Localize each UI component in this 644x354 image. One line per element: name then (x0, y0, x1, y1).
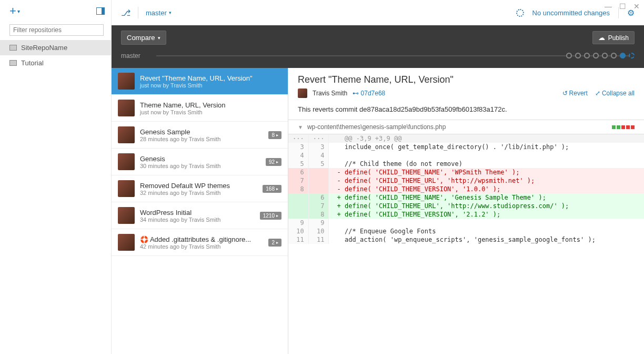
diff-file-path: wp-content\themes\genesis-sample\functio… (307, 123, 446, 131)
uncommitted-status: No uncommitted changes (532, 9, 610, 17)
commit-subtitle: 30 minutes ago by Travis Smith (140, 163, 260, 169)
repo-name: Tutorial (21, 59, 44, 67)
diff-line: 6 - define( 'CHILD_THEME_NAME', 'WPSmith… (288, 168, 644, 176)
add-repo-button[interactable]: +▾ (9, 4, 20, 18)
avatar (298, 88, 307, 98)
commit-subtitle: just now by Travis Smith (140, 109, 281, 115)
commit-subtitle: 28 minutes ago by Travis Smith (140, 136, 263, 142)
repo-name: SiteRepoName (21, 44, 67, 52)
diff-stat-indicator (612, 125, 635, 129)
revert-button[interactable]: ↺ Revert (562, 90, 588, 97)
diff-view: ······ @@ -3,9 +3,9 @@33 include_once( g… (288, 134, 644, 244)
repo-icon (9, 60, 17, 66)
avatar (118, 207, 135, 224)
diff-line: 8 + define( 'CHILD_THEME_VERSION', '2.1.… (288, 210, 644, 219)
commit-hash-link[interactable]: 07d7e68 (353, 90, 385, 97)
commit-subtitle: 32 minutes ago by Travis Smith (140, 190, 257, 196)
commit-title: 🛟 Added .gitattributes & .gitignore... (140, 235, 263, 243)
commit-title: WordPress Initial (140, 209, 255, 217)
sidebar: +▾ SiteRepoNameTutorial (0, 0, 112, 354)
caret-down-icon: ▾ (158, 35, 160, 41)
publish-button[interactable]: ☁ Publish (592, 31, 635, 44)
avatar (118, 234, 135, 251)
commit-detail-title: Revert "Theme Name, URL, Version" (298, 74, 635, 85)
divider (138, 7, 138, 18)
avatar (118, 100, 135, 116)
diff-file-header[interactable]: ▼ wp-content\themes\genesis-sample\funct… (288, 120, 644, 134)
commit-item[interactable]: WordPress Initial34 minutes ago by Travi… (112, 202, 288, 229)
commit-item[interactable]: Removed Default WP themes32 minutes ago … (112, 175, 288, 202)
commit-title: Genesis Sample (140, 128, 263, 136)
diff-line: 44 (288, 151, 644, 160)
commit-item[interactable]: Genesis30 minutes ago by Travis Smith92 (112, 149, 288, 175)
commit-subtitle: 34 minutes ago by Travis Smith (140, 217, 255, 223)
cloud-upload-icon: ☁ (598, 34, 605, 42)
commit-subtitle: 42 minutes ago by Travis Smith (140, 243, 263, 250)
repo-icon (9, 45, 17, 51)
commit-author: Travis Smith (313, 90, 347, 97)
commit-title: Genesis (140, 155, 260, 163)
avatar (118, 180, 135, 197)
maximize-icon[interactable]: ☐ (619, 2, 626, 11)
commit-file-count-badge: 2 (268, 239, 281, 247)
diff-line: 99 (288, 219, 644, 227)
history-bar: Compare ▾ ☁ Publish master (112, 25, 644, 68)
commit-file-count-badge: 1210 (260, 212, 281, 220)
avatar (118, 126, 135, 143)
branch-name: master (146, 9, 167, 17)
avatar (118, 73, 135, 90)
caret-down-icon: ▼ (298, 124, 303, 130)
timeline-branch-label: master (121, 52, 140, 60)
diff-line: 8 - define( 'CHILD_THEME_VERSION', '1.0.… (288, 185, 644, 193)
diff-line: 7 + define( 'CHILD_THEME_URL', 'http://w… (288, 202, 644, 210)
commit-item[interactable]: 🛟 Added .gitattributes & .gitignore...42… (112, 229, 288, 256)
window-controls: — ☐ ✕ (605, 2, 640, 11)
collapse-all-button[interactable]: ⤢ Collapse all (595, 90, 635, 97)
branch-icon: ⎇ (121, 8, 130, 18)
caret-down-icon: ▾ (169, 10, 172, 15)
diff-hunk-header: @@ -3,9 +3,9 @@ (329, 134, 644, 143)
commit-item[interactable]: Theme Name, URL, Versionjust now by Trav… (112, 95, 288, 122)
diff-line: 1010 //* Enqueue Google Fonts (288, 227, 644, 235)
commit-message: This reverts commit de878aca18d25a9bd9b5… (288, 102, 644, 120)
commit-file-count-badge: 92 (266, 158, 281, 166)
top-toolbar: ⎇ master ▾ No uncommitted changes ⚙ (112, 0, 644, 25)
diff-line: 6 + define( 'CHILD_THEME_NAME', 'Genesis… (288, 193, 644, 202)
sync-icon[interactable] (516, 9, 524, 17)
diff-line: 33 include_once( get_template_directory(… (288, 143, 644, 151)
caret-down-icon: ▾ (17, 8, 20, 14)
branch-selector[interactable]: master ▾ (146, 9, 172, 17)
close-icon[interactable]: ✕ (633, 2, 640, 11)
repo-item[interactable]: Tutorial (0, 55, 111, 71)
commit-item[interactable]: Genesis Sample28 minutes ago by Travis S… (112, 122, 288, 149)
compare-button[interactable]: Compare ▾ (121, 31, 166, 45)
commit-title: Revert "Theme Name, URL, Version" (140, 74, 281, 82)
diff-line: 7 - define( 'CHILD_THEME_URL', 'http://w… (288, 176, 644, 185)
commit-detail-pane: Revert "Theme Name, URL, Version" Travis… (288, 68, 644, 354)
commit-item[interactable]: Revert "Theme Name, URL, Version"just no… (112, 68, 288, 95)
commit-title: Theme Name, URL, Version (140, 101, 281, 109)
commit-file-count-badge: 168 (263, 185, 281, 193)
commit-timeline[interactable] (156, 55, 635, 56)
commit-file-count-badge: 8 (268, 131, 281, 139)
avatar (118, 153, 135, 170)
diff-line: 55 //* Child theme (do not remove) (288, 160, 644, 168)
repo-item[interactable]: SiteRepoName (0, 40, 111, 55)
commit-subtitle: just now by Travis Smith (140, 82, 281, 88)
minimize-icon[interactable]: — (605, 2, 612, 11)
toggle-panel-icon[interactable] (96, 7, 105, 15)
diff-line: 1111 add_action( 'wp_enqueue_scripts', '… (288, 235, 644, 244)
commit-title: Removed Default WP themes (140, 182, 257, 190)
commit-list: Revert "Theme Name, URL, Version"just no… (112, 68, 288, 354)
filter-repos-input[interactable] (9, 24, 104, 36)
